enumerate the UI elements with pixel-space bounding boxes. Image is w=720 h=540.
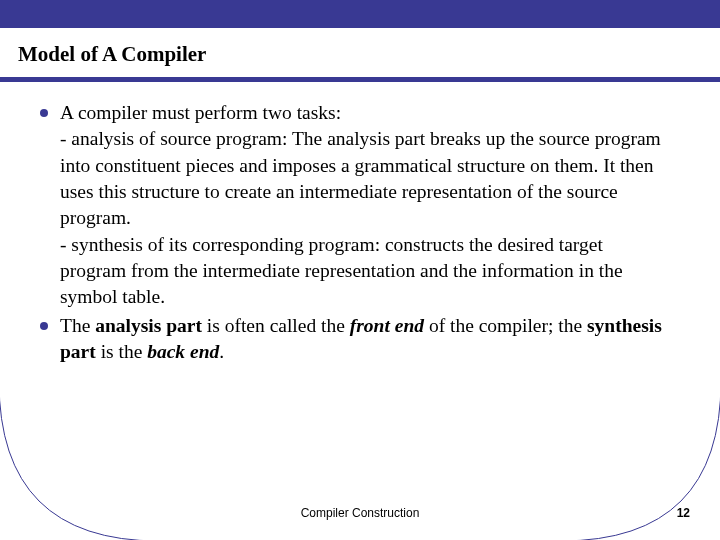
title-area: Model of A Compiler xyxy=(0,28,720,73)
text-run: . xyxy=(219,341,224,362)
text-run: is often called the xyxy=(202,315,350,336)
bullet-icon xyxy=(40,109,48,117)
text-bold: analysis part xyxy=(95,315,202,336)
bullet-sub1: - analysis of source program: The analys… xyxy=(60,128,661,228)
bullet-item: A compiler must perform two tasks: - ana… xyxy=(40,100,670,311)
footer: Compiler Construction 12 xyxy=(0,506,720,520)
text-run: of the compiler; the xyxy=(424,315,587,336)
text-run: is the xyxy=(96,341,147,362)
text-bolditalic: front end xyxy=(350,315,424,336)
bullet-text: A compiler must perform two tasks: - ana… xyxy=(60,100,670,311)
content-area: A compiler must perform two tasks: - ana… xyxy=(0,82,720,365)
slide-title: Model of A Compiler xyxy=(18,42,720,67)
text-bolditalic: back end xyxy=(147,341,219,362)
text-run: The xyxy=(60,315,95,336)
bullet-sub2: - synthesis of its corresponding program… xyxy=(60,234,623,308)
bullet-item: The analysis part is often called the fr… xyxy=(40,313,670,366)
bullet-lead: A compiler must perform two tasks: xyxy=(60,102,341,123)
top-accent-bar xyxy=(0,0,720,28)
bullet-icon xyxy=(40,322,48,330)
page-number: 12 xyxy=(677,506,690,520)
bullet-text: The analysis part is often called the fr… xyxy=(60,313,670,366)
footer-center-text: Compiler Construction xyxy=(301,506,420,520)
